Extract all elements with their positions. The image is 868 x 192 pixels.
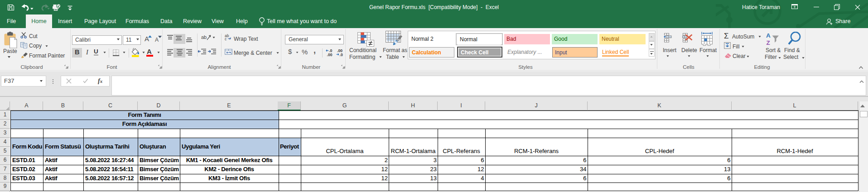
svg-text:Z: Z [767, 39, 770, 46]
svg-text:.0: .0 [340, 53, 343, 57]
svg-text:A: A [766, 32, 771, 39]
svg-text:ab: ab [201, 34, 207, 40]
svg-text:.00: .00 [327, 53, 333, 57]
